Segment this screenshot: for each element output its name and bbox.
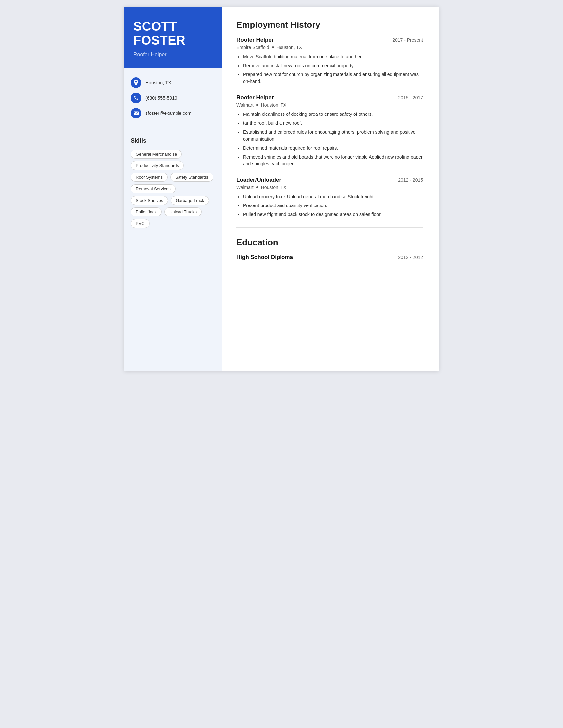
list-item: Maintain cleanliness of docking area to … [243, 111, 423, 118]
skill-tag: Productivity Standards [131, 161, 184, 170]
job-block: Roofer Helper2015 - 2017Walmart Houston,… [236, 94, 423, 167]
bullet-separator [272, 46, 274, 48]
skills-section: Skills General MerchandiseProductivity S… [124, 131, 222, 235]
location-text: Houston, TX [145, 80, 171, 85]
education-container: High School Diploma2012 - 2012 [236, 254, 423, 261]
phone-icon [131, 93, 141, 103]
sidebar-header: SCOTT FOSTER Roofer Helper [124, 7, 222, 68]
skill-tag: Roof Systems [131, 173, 167, 182]
resume-container: SCOTT FOSTER Roofer Helper Houston, TX [124, 7, 439, 371]
skill-tag: Unload Trucks [164, 207, 202, 216]
job-title: Loader/Unloader [236, 177, 281, 183]
company-location: Houston, TX [261, 102, 287, 108]
section-divider [236, 227, 423, 228]
list-item: Established and enforced rules for encou… [243, 129, 423, 143]
education-heading: Education [236, 237, 423, 248]
job-company: Walmart Houston, TX [236, 185, 423, 190]
company-location: Houston, TX [261, 185, 287, 190]
edu-dates: 2012 - 2012 [398, 255, 423, 260]
job-header: Roofer Helper2015 - 2017 [236, 94, 423, 101]
skill-tag: PVC [131, 219, 150, 228]
location-icon [131, 77, 141, 88]
bullet-separator [256, 104, 258, 106]
jobs-container: Roofer Helper2017 - PresentEmpire Scaffo… [236, 37, 423, 218]
education-block: High School Diploma2012 - 2012 [236, 254, 423, 261]
job-dates: 2017 - Present [393, 37, 423, 43]
skill-tag: General Merchandise [131, 150, 182, 159]
skills-tags: General MerchandiseProductivity Standard… [131, 150, 215, 228]
list-item: Removed shingles and old boards that wer… [243, 154, 423, 167]
job-company: Empire Scaffold Houston, TX [236, 45, 423, 50]
sidebar-divider [131, 128, 215, 128]
location-item: Houston, TX [131, 77, 215, 88]
list-item: Remove and install new roofs on commerci… [243, 62, 423, 69]
phone-item: (630) 555-5919 [131, 93, 215, 103]
job-header: Loader/Unloader2012 - 2015 [236, 177, 423, 183]
skills-heading: Skills [131, 137, 215, 144]
candidate-title: Roofer Helper [133, 52, 212, 58]
job-title: Roofer Helper [236, 94, 273, 101]
company-location: Houston, TX [276, 45, 303, 50]
list-item: Unload grocery truck Unload general merc… [243, 193, 423, 200]
contact-section: Houston, TX (630) 555-5919 sfoster@examp… [124, 68, 222, 125]
company-name: Walmart [236, 102, 254, 108]
job-bullets: Maintain cleanliness of docking area to … [236, 111, 423, 167]
list-item: Pulled new fright and back stock to desi… [243, 211, 423, 218]
employment-heading: Employment History [236, 20, 423, 30]
candidate-name: SCOTT FOSTER [133, 20, 212, 48]
company-name: Empire Scaffold [236, 45, 269, 50]
list-item: Determined materials required for roof r… [243, 145, 423, 152]
main-content: Employment History Roofer Helper2017 - P… [222, 7, 439, 371]
list-item: Move Scaffold building material from one… [243, 53, 423, 60]
skill-tag: Stock Shelves [131, 196, 168, 205]
edu-title: High School Diploma [236, 254, 293, 261]
bullet-separator [256, 186, 258, 188]
list-item: Prepared new roof for church by organizi… [243, 71, 423, 85]
job-title: Roofer Helper [236, 37, 273, 43]
job-company: Walmart Houston, TX [236, 102, 423, 108]
skill-tag: Pallet Jack [131, 207, 162, 216]
company-name: Walmart [236, 185, 254, 190]
job-bullets: Move Scaffold building material from one… [236, 53, 423, 85]
job-block: Roofer Helper2017 - PresentEmpire Scaffo… [236, 37, 423, 85]
job-dates: 2012 - 2015 [398, 177, 423, 183]
skill-tag: Removal Services [131, 184, 175, 193]
skill-tag: Garbage Truck [170, 196, 209, 205]
email-item: sfoster@example.com [131, 108, 215, 118]
edu-header: High School Diploma2012 - 2012 [236, 254, 423, 261]
list-item: Present product and quantity verificatio… [243, 202, 423, 209]
job-block: Loader/Unloader2012 - 2015Walmart Housto… [236, 177, 423, 218]
job-header: Roofer Helper2017 - Present [236, 37, 423, 43]
job-bullets: Unload grocery truck Unload general merc… [236, 193, 423, 218]
phone-text: (630) 555-5919 [145, 95, 177, 101]
skill-tag: Safety Standards [170, 173, 213, 182]
job-dates: 2015 - 2017 [398, 95, 423, 100]
sidebar: SCOTT FOSTER Roofer Helper Houston, TX [124, 7, 222, 371]
email-icon [131, 108, 141, 118]
list-item: tar the roof, build a new roof. [243, 120, 423, 127]
email-text: sfoster@example.com [145, 111, 191, 116]
